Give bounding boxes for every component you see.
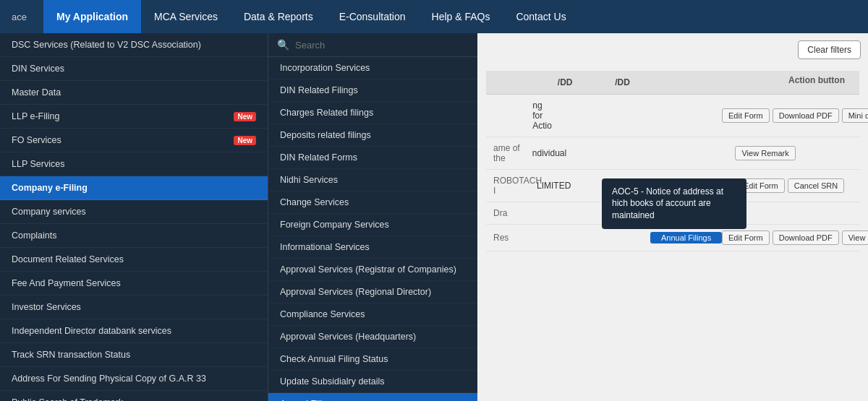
sub-panel-search-bar: 🔍 (268, 33, 477, 57)
left-menu-fo-services[interactable]: FO Services New (0, 129, 268, 152)
tooltip-title: AOC-5 - Notice of address at (612, 186, 736, 198)
nav-item-help-faqs[interactable]: Help & FAQs (419, 0, 503, 33)
table-row-res: Res Annual Filings Edit Form Download PD… (486, 225, 859, 251)
view-remark-btn-2[interactable]: View Remark (735, 146, 795, 160)
main-content: DSC Services (Related to V2 DSC Associat… (0, 33, 868, 401)
badge-new-llp: New (234, 112, 256, 121)
table-header: /DD /DD Action button (486, 71, 859, 95)
sub-menu-compliance[interactable]: Compliance Services (268, 303, 477, 326)
res-label: Res (493, 233, 536, 243)
nav-item-data-reports[interactable]: Data & Reports (231, 0, 326, 33)
sub-menu-approval-hq[interactable]: Approval Services (Headquarters) (268, 326, 477, 348)
sub-menu-charges[interactable]: Charges Related filings (268, 102, 477, 124)
res-annual-filings: Annual Filings (650, 232, 722, 243)
sub-menu-informational[interactable]: Informational Services (268, 236, 477, 259)
left-menu-company-efiling[interactable]: Company e-Filing (0, 176, 268, 200)
badge-new-fo: New (234, 136, 256, 145)
clear-filters-button[interactable]: Clear filters (798, 40, 861, 59)
left-menu-investor[interactable]: Investor Services (0, 296, 268, 319)
cancel-srn-btn-3[interactable]: Cancel SRN (788, 178, 845, 193)
table-row: ame of the ndividual View Remark (486, 137, 859, 170)
row2-actions: View Remark (735, 146, 852, 160)
sub-menu-annual-filings[interactable]: Annual Filings (268, 393, 477, 401)
sub-menu-check-annual[interactable]: Check Annual Filing Status (268, 348, 477, 371)
left-menu-master-data[interactable]: Master Data (0, 81, 268, 105)
navbar: ace My Application MCA Services Data & R… (0, 0, 868, 33)
download-pdf-btn-1[interactable]: Download PDF (773, 108, 839, 123)
tooltip-popup: AOC-5 - Notice of address at hich books … (602, 178, 746, 229)
left-menu-document[interactable]: Document Related Services (0, 248, 268, 272)
nav-item-mca-services[interactable]: MCA Services (141, 0, 231, 33)
sub-menu-approval-rd[interactable]: Approval Services (Regional Director) (268, 281, 477, 303)
right-content: Clear filters /DD /DD Action button ng f… (477, 33, 868, 401)
tooltip-body: hich books of account are maintained (612, 197, 736, 222)
row1-col2: ng for Actio (532, 100, 552, 131)
row3-actions: Edit Form Cancel SRN (737, 178, 852, 193)
sub-menu-nidhi[interactable]: Nidhi Services (268, 169, 477, 191)
sub-search-input[interactable] (295, 40, 469, 51)
nav-item-e-consultation[interactable]: E-Consultation (326, 0, 419, 33)
row2-col2: ndividual (532, 148, 566, 158)
mini-dashboard-btn-1[interactable]: Mini dashboard (842, 108, 868, 123)
left-menu-address-gar[interactable]: Address For Sending Physical Copy of G.A… (0, 367, 268, 391)
sub-panel: 🔍 Incorporation Services DIN Related Fil… (268, 33, 477, 401)
bottom-dra-label: Dra (493, 208, 537, 218)
sub-menu-foreign-company[interactable]: Foreign Company Services (268, 214, 477, 236)
header-col4: /DD (594, 77, 651, 87)
table-row: ng for Actio Edit Form Download PDF Mini… (486, 95, 859, 137)
sub-menu-deposits[interactable]: Deposits related filings (268, 124, 477, 147)
row1-actions: Edit Form Download PDF Mini dashboard (722, 108, 852, 123)
edit-form-btn-1[interactable]: Edit Form (722, 108, 770, 123)
row3-col2: LIMITED (537, 181, 571, 191)
left-menu-llp-efiling[interactable]: LLP e-Filing New (0, 105, 268, 129)
left-menu-din[interactable]: DIN Services (0, 57, 268, 81)
view-remark-btn-res[interactable]: View Remark (842, 230, 868, 245)
sub-menu-din-forms[interactable]: DIN Related Forms (268, 147, 477, 169)
left-menu-llp-services[interactable]: LLP Services (0, 152, 268, 176)
nav-brand: ace (0, 0, 43, 33)
row3-col1: ROBOTACH I (493, 176, 537, 196)
left-menu-independent-director[interactable]: Independent Director databank services (0, 319, 268, 343)
left-menu-trademark[interactable]: Public Search of Trademark (0, 391, 268, 401)
sub-menu-din-filings[interactable]: DIN Related Filings (268, 79, 477, 102)
sub-menu-approval-roc[interactable]: Approval Services (Registrar of Companie… (268, 259, 477, 281)
content-table-wrapper: /DD /DD Action button ng for Actio Edit … (486, 71, 859, 251)
edit-form-btn-res[interactable]: Edit Form (722, 230, 770, 245)
left-menu-fee-payment[interactable]: Fee And Payment Services (0, 272, 268, 296)
left-panel: DSC Services (Related to V2 DSC Associat… (0, 33, 268, 401)
left-menu-dsc[interactable]: DSC Services (Related to V2 DSC Associat… (0, 33, 268, 57)
sub-menu-incorporation[interactable]: Incorporation Services (268, 57, 477, 79)
left-menu-company-services[interactable]: Company services (0, 200, 268, 224)
row2-col1: ame of the (493, 143, 532, 163)
res-actions: Edit Form Download PDF View Remark (722, 230, 852, 245)
sub-menu-update-subsidiary[interactable]: Update Subsidialry details (268, 371, 477, 393)
left-menu-track-srn[interactable]: Track SRN transaction Status (0, 343, 268, 367)
action-button-header: Action button (723, 75, 852, 85)
left-menu-complaints[interactable]: Complaints (0, 224, 268, 248)
search-icon: 🔍 (277, 39, 289, 51)
sub-menu-change[interactable]: Change Services (268, 191, 477, 214)
nav-item-my-application[interactable]: My Application (43, 0, 141, 33)
header-col3: /DD (537, 77, 594, 87)
nav-item-contact-us[interactable]: Contact Us (503, 0, 579, 33)
download-pdf-btn-res[interactable]: Download PDF (773, 230, 839, 245)
